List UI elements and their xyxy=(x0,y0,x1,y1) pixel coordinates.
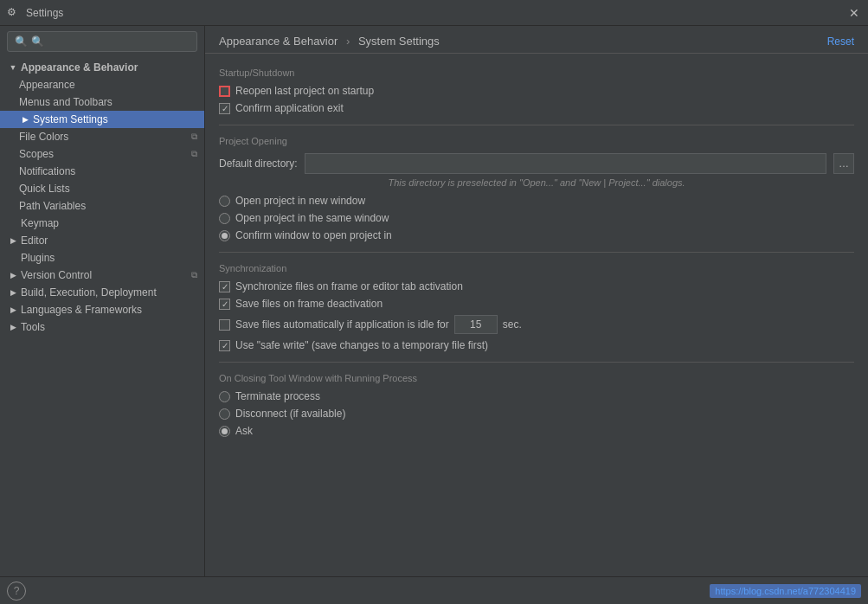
default-dir-label: Default directory: xyxy=(219,157,298,170)
section-divider xyxy=(219,125,854,125)
sidebar-item-editor[interactable]: ▶ Editor xyxy=(0,232,204,249)
sidebar-item-languages-frameworks[interactable]: ▶ Languages & Frameworks xyxy=(0,301,204,318)
sidebar-item-label: Path Variables xyxy=(19,200,86,212)
save-deactivation-checkbox[interactable] xyxy=(219,299,230,310)
sidebar-item-label: Tools xyxy=(21,321,45,333)
sidebar-item-label: Plugins xyxy=(21,252,55,264)
close-button[interactable]: ✕ xyxy=(847,6,861,20)
confirm-exit-label[interactable]: Confirm application exit xyxy=(235,102,344,114)
expand-arrow-icon: ▶ xyxy=(7,321,19,333)
sidebar-item-appearance-behavior[interactable]: ▼ Appearance & Behavior xyxy=(0,59,204,76)
sidebar-item-system-settings[interactable]: ▶ System Settings xyxy=(0,111,204,128)
main-content: Appearance & Behavior › System Settings … xyxy=(205,26,868,576)
help-button[interactable]: ? xyxy=(7,582,26,601)
default-dir-input[interactable] xyxy=(305,153,826,174)
app-icon: ⚙ xyxy=(7,6,21,20)
content-body: Startup/Shutdown Reopen last project on … xyxy=(205,54,868,576)
confirm-window-row: Confirm window to open project in xyxy=(219,229,854,241)
sidebar-item-label: Keymap xyxy=(21,217,59,229)
open-new-window-label[interactable]: Open project in new window xyxy=(235,195,365,207)
sidebar-item-notifications[interactable]: Notifications xyxy=(0,163,204,180)
confirm-exit-row: Confirm application exit xyxy=(219,102,854,114)
sidebar-item-quick-lists[interactable]: Quick Lists xyxy=(0,180,204,197)
expand-arrow-icon: ▶ xyxy=(7,269,19,281)
sidebar-item-label: Appearance xyxy=(19,79,75,91)
ask-label[interactable]: Ask xyxy=(235,425,253,437)
ask-radio[interactable] xyxy=(219,426,230,437)
copy-icon: ⧉ xyxy=(191,149,197,159)
open-same-window-label[interactable]: Open project in the same window xyxy=(235,212,389,224)
expand-arrow-icon: ▶ xyxy=(7,286,19,299)
sidebar-item-tools[interactable]: ▶ Tools xyxy=(0,318,204,336)
bottom-bar: ? https://blog.csdn.net/a772304419 xyxy=(0,576,868,604)
sidebar-item-label: Quick Lists xyxy=(19,183,70,195)
url-link[interactable]: https://blog.csdn.net/a772304419 xyxy=(710,584,861,598)
section-divider-3 xyxy=(219,362,854,363)
sidebar-item-plugins[interactable]: Plugins xyxy=(0,249,204,267)
disconnect-radio[interactable] xyxy=(219,408,230,420)
dialog-body: 🔍 ▼ Appearance & Behavior Appearance Men… xyxy=(0,26,868,576)
open-new-window-row: Open project in new window xyxy=(219,195,854,207)
idle-unit-label: sec. xyxy=(503,318,522,331)
save-deactivation-label[interactable]: Save files on frame deactivation xyxy=(235,298,383,310)
breadcrumb-separator: › xyxy=(346,35,350,48)
sidebar-tree: ▼ Appearance & Behavior Appearance Menus… xyxy=(0,57,204,337)
terminate-label[interactable]: Terminate process xyxy=(235,390,320,402)
sidebar-item-version-control[interactable]: ▶ Version Control ⧉ xyxy=(0,267,204,284)
sync-files-checkbox[interactable] xyxy=(219,281,230,292)
project-opening-section-title: Project Opening xyxy=(219,136,854,146)
open-same-window-radio[interactable] xyxy=(219,213,230,224)
save-idle-label[interactable]: Save files automatically if application … xyxy=(235,318,449,331)
titlebar: ⚙ Settings ✕ xyxy=(0,0,868,26)
settings-dialog: 🔍 ▼ Appearance & Behavior Appearance Men… xyxy=(0,26,868,604)
blank-arrow xyxy=(7,252,19,264)
sidebar-item-label: Menus and Toolbars xyxy=(19,96,113,108)
sidebar-item-path-variables[interactable]: Path Variables xyxy=(0,197,204,215)
sidebar-item-menus-toolbars[interactable]: Menus and Toolbars xyxy=(0,93,204,111)
open-new-window-radio[interactable] xyxy=(219,196,230,207)
safe-write-checkbox[interactable] xyxy=(219,340,230,351)
reopen-last-project-label[interactable]: Reopen last project on startup xyxy=(235,85,374,97)
sidebar-item-keymap[interactable]: Keymap xyxy=(0,215,204,232)
sidebar-item-build-execution[interactable]: ▶ Build, Execution, Deployment xyxy=(0,284,204,301)
disconnect-label[interactable]: Disconnect (if available) xyxy=(235,408,345,420)
reopen-last-project-checkbox[interactable] xyxy=(219,86,230,97)
expand-arrow-icon: ▶ xyxy=(7,304,19,316)
sync-section-title: Synchronization xyxy=(219,263,854,273)
sidebar-item-label: File Colors xyxy=(19,131,68,143)
copy-icon: ⧉ xyxy=(191,270,197,280)
sidebar-item-label: Editor xyxy=(21,235,48,247)
idle-seconds-input[interactable] xyxy=(454,315,498,334)
save-deactivation-row: Save files on frame deactivation xyxy=(219,298,854,310)
confirm-window-radio[interactable] xyxy=(219,230,230,241)
save-idle-checkbox[interactable] xyxy=(219,319,230,331)
sidebar-item-appearance[interactable]: Appearance xyxy=(0,76,204,93)
confirm-exit-checkbox[interactable] xyxy=(219,103,230,114)
sidebar-item-label: Notifications xyxy=(19,165,75,177)
section-divider-2 xyxy=(219,252,854,253)
ask-row: Ask xyxy=(219,425,854,437)
search-icon: 🔍 xyxy=(15,35,28,48)
terminate-radio[interactable] xyxy=(219,391,230,402)
confirm-window-label[interactable]: Confirm window to open project in xyxy=(235,229,392,241)
safe-write-label[interactable]: Use "safe write" (save changes to a temp… xyxy=(235,339,488,351)
closing-section-title: On Closing Tool Window with Running Proc… xyxy=(219,373,854,383)
breadcrumb: Appearance & Behavior › System Settings xyxy=(219,35,440,48)
browse-dir-button[interactable]: … xyxy=(833,153,854,174)
expand-arrow-icon: ▼ xyxy=(7,61,19,74)
sidebar-item-scopes[interactable]: Scopes ⧉ xyxy=(0,145,204,163)
search-box[interactable]: 🔍 xyxy=(7,31,197,52)
window-title: Settings xyxy=(26,7,847,19)
breadcrumb-part2: System Settings xyxy=(358,35,440,48)
default-directory-row: Default directory: … xyxy=(219,153,854,174)
sync-files-row: Synchronize files on frame or editor tab… xyxy=(219,280,854,292)
sidebar-item-label: System Settings xyxy=(33,113,108,125)
reset-button[interactable]: Reset xyxy=(827,35,854,48)
save-idle-row: Save files automatically if application … xyxy=(219,315,854,334)
content-header: Appearance & Behavior › System Settings … xyxy=(205,26,868,54)
blank-arrow xyxy=(7,217,19,229)
search-input[interactable] xyxy=(31,35,190,48)
safe-write-row: Use "safe write" (save changes to a temp… xyxy=(219,339,854,351)
sync-files-label[interactable]: Synchronize files on frame or editor tab… xyxy=(235,280,463,292)
sidebar-item-file-colors[interactable]: File Colors ⧉ xyxy=(0,128,204,145)
